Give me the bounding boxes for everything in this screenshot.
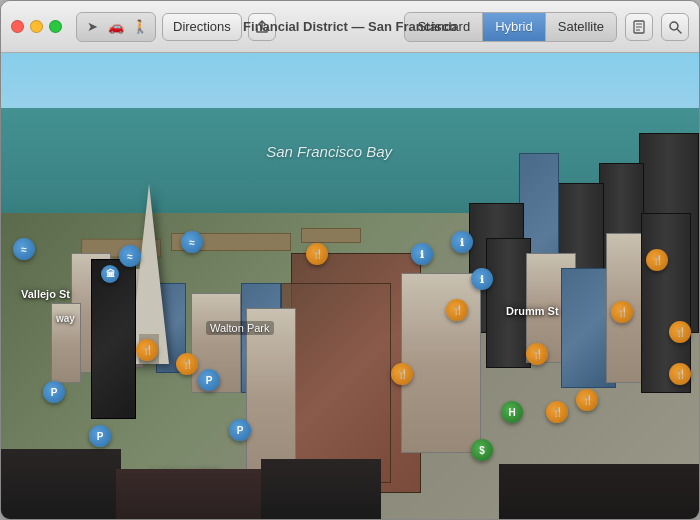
- car-icon[interactable]: 🚗: [105, 16, 127, 38]
- foreground-bldg-right: [499, 464, 699, 519]
- nav-mode-group: ➤ 🚗 🚶: [76, 12, 156, 42]
- marker-ferry-1[interactable]: ≈: [13, 238, 35, 260]
- svg-line-5: [677, 29, 681, 33]
- map-type-satellite[interactable]: Satellite: [546, 13, 616, 41]
- traffic-lights: [11, 20, 62, 33]
- marker-parking-3[interactable]: P: [229, 419, 251, 441]
- directions-button[interactable]: Directions: [162, 13, 242, 41]
- building-right-cluster-1: [486, 238, 531, 368]
- marker-food-8[interactable]: 🍴: [391, 363, 413, 385]
- marker-hotel[interactable]: H: [501, 401, 523, 423]
- marker-food-right-2[interactable]: 🍴: [669, 363, 691, 385]
- marker-parking-2[interactable]: P: [198, 369, 220, 391]
- marker-food-right-1[interactable]: 🍴: [669, 321, 691, 343]
- marker-ferry-3[interactable]: ≈: [181, 231, 203, 253]
- marker-info-1[interactable]: ℹ: [411, 243, 433, 265]
- marker-info-2[interactable]: ℹ: [451, 231, 473, 253]
- search-button[interactable]: [661, 13, 689, 41]
- marker-food-2[interactable]: 🍴: [176, 353, 198, 375]
- location-icon[interactable]: ➤: [81, 16, 103, 38]
- marker-food-4[interactable]: 🍴: [446, 299, 468, 321]
- marker-bank-1[interactable]: $: [471, 439, 493, 461]
- marker-food-6[interactable]: 🍴: [576, 389, 598, 411]
- bookmarks-button[interactable]: [625, 13, 653, 41]
- map-type-hybrid[interactable]: Hybrid: [483, 13, 546, 41]
- minimize-button[interactable]: [30, 20, 43, 33]
- foreground-bldg-center: [116, 469, 266, 519]
- titlebar: ➤ 🚗 🚶 Directions Financial District — Sa…: [1, 1, 699, 53]
- map-area[interactable]: San Francisco Bay: [1, 53, 699, 519]
- close-button[interactable]: [11, 20, 24, 33]
- marker-ferry-2[interactable]: ≈: [119, 245, 141, 267]
- building-left-4: [51, 303, 81, 383]
- marker-food-10[interactable]: 🍴: [546, 401, 568, 423]
- walk-icon[interactable]: 🚶: [129, 16, 151, 38]
- foreground-bldg-left: [1, 449, 121, 519]
- window-title: Financial District — San Francisco: [243, 19, 457, 34]
- building-center-2: [281, 283, 391, 483]
- marker-parking-1[interactable]: P: [43, 381, 65, 403]
- marker-food-3[interactable]: 🍴: [306, 243, 328, 265]
- marker-info-3[interactable]: ℹ: [471, 268, 493, 290]
- marker-food-1[interactable]: 🍴: [136, 339, 158, 361]
- maximize-button[interactable]: [49, 20, 62, 33]
- marker-food-9[interactable]: 🍴: [611, 301, 633, 323]
- app-window: ➤ 🚗 🚶 Directions Financial District — Sa…: [0, 0, 700, 520]
- place-label-walton-park: Walton Park: [206, 321, 274, 335]
- pier-3: [301, 228, 361, 243]
- marker-museum[interactable]: 🏛: [101, 265, 119, 283]
- marker-food-7[interactable]: 🍴: [646, 249, 668, 271]
- marker-food-5[interactable]: 🍴: [526, 343, 548, 365]
- marker-parking-4[interactable]: P: [89, 425, 111, 447]
- black-building: [91, 259, 136, 419]
- building-center-right: [401, 273, 481, 453]
- foreground-bldg-center-2: [261, 459, 381, 519]
